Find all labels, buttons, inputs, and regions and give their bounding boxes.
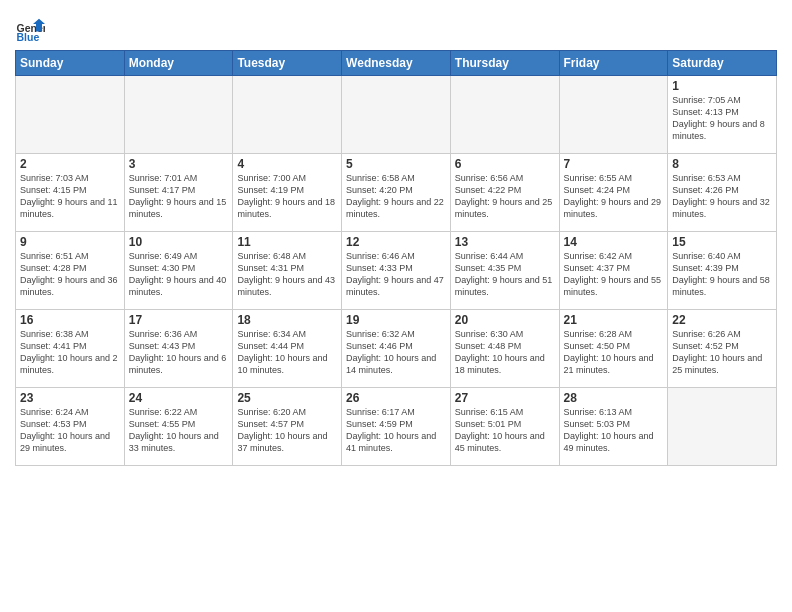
day-number: 10 (129, 235, 229, 249)
calendar-cell: 28Sunrise: 6:13 AM Sunset: 5:03 PM Dayli… (559, 388, 668, 466)
calendar-cell (342, 76, 451, 154)
day-number: 8 (672, 157, 772, 171)
calendar-week-2: 9Sunrise: 6:51 AM Sunset: 4:28 PM Daylig… (16, 232, 777, 310)
day-number: 17 (129, 313, 229, 327)
calendar-cell: 1Sunrise: 7:05 AM Sunset: 4:13 PM Daylig… (668, 76, 777, 154)
day-number: 19 (346, 313, 446, 327)
calendar-cell: 4Sunrise: 7:00 AM Sunset: 4:19 PM Daylig… (233, 154, 342, 232)
day-number: 22 (672, 313, 772, 327)
calendar-week-1: 2Sunrise: 7:03 AM Sunset: 4:15 PM Daylig… (16, 154, 777, 232)
calendar-cell: 8Sunrise: 6:53 AM Sunset: 4:26 PM Daylig… (668, 154, 777, 232)
calendar-cell: 19Sunrise: 6:32 AM Sunset: 4:46 PM Dayli… (342, 310, 451, 388)
day-info: Sunrise: 6:49 AM Sunset: 4:30 PM Dayligh… (129, 250, 229, 299)
day-number: 15 (672, 235, 772, 249)
weekday-header-monday: Monday (124, 51, 233, 76)
day-number: 26 (346, 391, 446, 405)
day-info: Sunrise: 6:15 AM Sunset: 5:01 PM Dayligh… (455, 406, 555, 455)
calendar-cell: 6Sunrise: 6:56 AM Sunset: 4:22 PM Daylig… (450, 154, 559, 232)
day-info: Sunrise: 6:34 AM Sunset: 4:44 PM Dayligh… (237, 328, 337, 377)
day-info: Sunrise: 6:36 AM Sunset: 4:43 PM Dayligh… (129, 328, 229, 377)
day-number: 11 (237, 235, 337, 249)
calendar-week-3: 16Sunrise: 6:38 AM Sunset: 4:41 PM Dayli… (16, 310, 777, 388)
weekday-header-thursday: Thursday (450, 51, 559, 76)
day-number: 25 (237, 391, 337, 405)
calendar-week-0: 1Sunrise: 7:05 AM Sunset: 4:13 PM Daylig… (16, 76, 777, 154)
calendar-cell: 25Sunrise: 6:20 AM Sunset: 4:57 PM Dayli… (233, 388, 342, 466)
calendar-cell: 18Sunrise: 6:34 AM Sunset: 4:44 PM Dayli… (233, 310, 342, 388)
calendar-cell: 13Sunrise: 6:44 AM Sunset: 4:35 PM Dayli… (450, 232, 559, 310)
calendar-cell (450, 76, 559, 154)
weekday-header-row: SundayMondayTuesdayWednesdayThursdayFrid… (16, 51, 777, 76)
day-info: Sunrise: 6:28 AM Sunset: 4:50 PM Dayligh… (564, 328, 664, 377)
logo-icon: General Blue (15, 15, 45, 45)
day-info: Sunrise: 6:20 AM Sunset: 4:57 PM Dayligh… (237, 406, 337, 455)
day-number: 6 (455, 157, 555, 171)
day-number: 14 (564, 235, 664, 249)
day-number: 4 (237, 157, 337, 171)
calendar-cell: 27Sunrise: 6:15 AM Sunset: 5:01 PM Dayli… (450, 388, 559, 466)
day-number: 1 (672, 79, 772, 93)
calendar-table: SundayMondayTuesdayWednesdayThursdayFrid… (15, 50, 777, 466)
calendar-cell: 23Sunrise: 6:24 AM Sunset: 4:53 PM Dayli… (16, 388, 125, 466)
day-number: 28 (564, 391, 664, 405)
calendar-cell: 21Sunrise: 6:28 AM Sunset: 4:50 PM Dayli… (559, 310, 668, 388)
day-info: Sunrise: 6:24 AM Sunset: 4:53 PM Dayligh… (20, 406, 120, 455)
day-info: Sunrise: 6:30 AM Sunset: 4:48 PM Dayligh… (455, 328, 555, 377)
day-info: Sunrise: 6:44 AM Sunset: 4:35 PM Dayligh… (455, 250, 555, 299)
day-number: 5 (346, 157, 446, 171)
day-info: Sunrise: 6:55 AM Sunset: 4:24 PM Dayligh… (564, 172, 664, 221)
calendar-week-4: 23Sunrise: 6:24 AM Sunset: 4:53 PM Dayli… (16, 388, 777, 466)
header: General Blue (15, 15, 777, 45)
day-number: 21 (564, 313, 664, 327)
day-number: 7 (564, 157, 664, 171)
day-info: Sunrise: 6:32 AM Sunset: 4:46 PM Dayligh… (346, 328, 446, 377)
day-info: Sunrise: 6:17 AM Sunset: 4:59 PM Dayligh… (346, 406, 446, 455)
calendar-cell (233, 76, 342, 154)
calendar-cell: 24Sunrise: 6:22 AM Sunset: 4:55 PM Dayli… (124, 388, 233, 466)
day-number: 27 (455, 391, 555, 405)
day-info: Sunrise: 7:05 AM Sunset: 4:13 PM Dayligh… (672, 94, 772, 143)
calendar-cell: 10Sunrise: 6:49 AM Sunset: 4:30 PM Dayli… (124, 232, 233, 310)
logo: General Blue (15, 15, 45, 45)
day-info: Sunrise: 6:42 AM Sunset: 4:37 PM Dayligh… (564, 250, 664, 299)
calendar-cell (124, 76, 233, 154)
weekday-header-tuesday: Tuesday (233, 51, 342, 76)
day-number: 20 (455, 313, 555, 327)
calendar-cell: 14Sunrise: 6:42 AM Sunset: 4:37 PM Dayli… (559, 232, 668, 310)
day-info: Sunrise: 7:00 AM Sunset: 4:19 PM Dayligh… (237, 172, 337, 221)
day-number: 2 (20, 157, 120, 171)
weekday-header-saturday: Saturday (668, 51, 777, 76)
calendar-cell (668, 388, 777, 466)
day-info: Sunrise: 6:26 AM Sunset: 4:52 PM Dayligh… (672, 328, 772, 377)
day-number: 3 (129, 157, 229, 171)
main-container: General Blue SundayMondayTuesdayWednesda… (0, 0, 792, 476)
calendar-cell: 3Sunrise: 7:01 AM Sunset: 4:17 PM Daylig… (124, 154, 233, 232)
calendar-cell: 22Sunrise: 6:26 AM Sunset: 4:52 PM Dayli… (668, 310, 777, 388)
calendar-cell: 26Sunrise: 6:17 AM Sunset: 4:59 PM Dayli… (342, 388, 451, 466)
day-info: Sunrise: 6:22 AM Sunset: 4:55 PM Dayligh… (129, 406, 229, 455)
day-number: 9 (20, 235, 120, 249)
weekday-header-sunday: Sunday (16, 51, 125, 76)
calendar-cell: 17Sunrise: 6:36 AM Sunset: 4:43 PM Dayli… (124, 310, 233, 388)
calendar-cell: 15Sunrise: 6:40 AM Sunset: 4:39 PM Dayli… (668, 232, 777, 310)
day-info: Sunrise: 7:01 AM Sunset: 4:17 PM Dayligh… (129, 172, 229, 221)
day-info: Sunrise: 6:13 AM Sunset: 5:03 PM Dayligh… (564, 406, 664, 455)
day-number: 16 (20, 313, 120, 327)
day-info: Sunrise: 6:40 AM Sunset: 4:39 PM Dayligh… (672, 250, 772, 299)
calendar-cell (559, 76, 668, 154)
day-info: Sunrise: 6:53 AM Sunset: 4:26 PM Dayligh… (672, 172, 772, 221)
svg-text:Blue: Blue (17, 31, 40, 43)
calendar-cell: 2Sunrise: 7:03 AM Sunset: 4:15 PM Daylig… (16, 154, 125, 232)
day-number: 24 (129, 391, 229, 405)
calendar-cell: 20Sunrise: 6:30 AM Sunset: 4:48 PM Dayli… (450, 310, 559, 388)
calendar-cell: 7Sunrise: 6:55 AM Sunset: 4:24 PM Daylig… (559, 154, 668, 232)
weekday-header-wednesday: Wednesday (342, 51, 451, 76)
calendar-cell: 16Sunrise: 6:38 AM Sunset: 4:41 PM Dayli… (16, 310, 125, 388)
day-info: Sunrise: 7:03 AM Sunset: 4:15 PM Dayligh… (20, 172, 120, 221)
calendar-cell: 9Sunrise: 6:51 AM Sunset: 4:28 PM Daylig… (16, 232, 125, 310)
day-info: Sunrise: 6:58 AM Sunset: 4:20 PM Dayligh… (346, 172, 446, 221)
day-number: 23 (20, 391, 120, 405)
day-info: Sunrise: 6:51 AM Sunset: 4:28 PM Dayligh… (20, 250, 120, 299)
day-info: Sunrise: 6:38 AM Sunset: 4:41 PM Dayligh… (20, 328, 120, 377)
calendar-cell: 11Sunrise: 6:48 AM Sunset: 4:31 PM Dayli… (233, 232, 342, 310)
